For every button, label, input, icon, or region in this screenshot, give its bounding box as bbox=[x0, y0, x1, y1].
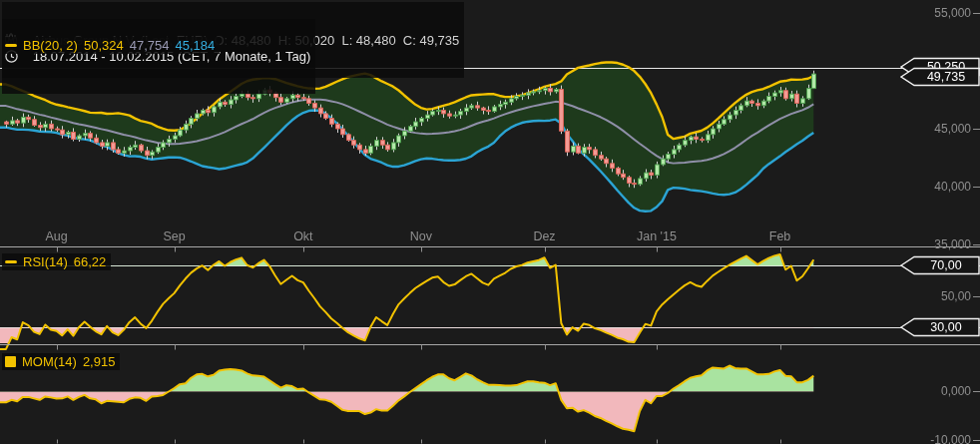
y-axis-label-35,000: 35,000 bbox=[901, 237, 971, 252]
mom-axis-label-0,000: 0,000 bbox=[901, 384, 971, 399]
svg-text:30,00: 30,00 bbox=[930, 320, 961, 334]
date-range-row: 18.07.2014 - 10.02.2015 (CET, 7 Monate, … bbox=[2, 19, 315, 94]
mom-square-icon bbox=[5, 356, 16, 367]
bb-upper-value: 50,324 bbox=[84, 38, 124, 53]
x-axis-month-Aug: Aug bbox=[22, 229, 92, 243]
rsi-value: 66,22 bbox=[74, 254, 107, 269]
rsi-line-icon bbox=[5, 260, 17, 263]
mom-name: MOM(14) bbox=[22, 354, 77, 369]
y-axis-label-55,000: 55,000 bbox=[901, 6, 971, 21]
x-axis-month-Jan '15: Jan '15 bbox=[622, 229, 692, 243]
last-price-tag: 49,735 bbox=[900, 67, 980, 87]
x-axis-month-Nov: Nov bbox=[386, 229, 456, 243]
y-axis-label-40,000: 40,000 bbox=[901, 180, 971, 195]
rsi-name: RSI(14) bbox=[23, 254, 68, 269]
svg-text:70,00: 70,00 bbox=[930, 258, 961, 272]
rsi-30-tag: 30,00 bbox=[900, 317, 980, 337]
y-axis-label-45,000: 45,000 bbox=[901, 122, 971, 137]
x-axis-month-Sep: Sep bbox=[140, 229, 210, 243]
bb-name: BB(20, 2) bbox=[23, 38, 78, 53]
bb-line-icon bbox=[5, 44, 17, 47]
x-axis-month-Feb: Feb bbox=[745, 229, 815, 243]
rsi-indicator-label[interactable]: RSI(14) 66,22 bbox=[2, 253, 111, 270]
mom-value: 2,915 bbox=[83, 354, 116, 369]
rsi-axis-label-50,00: 50,00 bbox=[901, 289, 971, 304]
clock-icon bbox=[5, 20, 27, 93]
x-axis-month-Dez: Dez bbox=[510, 229, 580, 243]
rsi-70-tag: 70,00 bbox=[900, 255, 980, 275]
bb-middle-value: 47,754 bbox=[130, 38, 170, 53]
x-axis-month-Okt: Okt bbox=[268, 229, 338, 243]
mom-axis-label--10,000: -10,000 bbox=[901, 433, 971, 444]
mom-indicator-label[interactable]: MOM(14) 2,915 bbox=[2, 353, 120, 370]
bb-lower-value: 45,184 bbox=[175, 38, 215, 53]
svg-text:49,735: 49,735 bbox=[927, 70, 965, 84]
chart-window: Airbus Group N.V. (Last, EUR) O: 48,480 … bbox=[0, 0, 980, 444]
bb-indicator-label[interactable]: BB(20, 2) 50,324 47,754 45,184 bbox=[2, 37, 220, 54]
